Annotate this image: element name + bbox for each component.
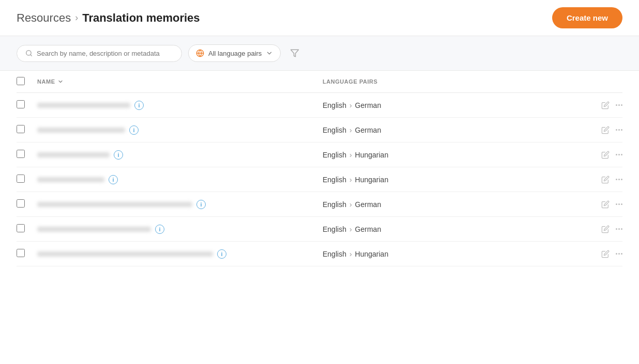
row-checkbox-cell	[17, 249, 37, 259]
row-lang-pair: English › German	[323, 101, 581, 109]
row-checkbox[interactable]	[17, 150, 25, 158]
table-row: i English › German	[17, 118, 622, 143]
row-actions	[581, 151, 622, 159]
more-options-icon[interactable]	[616, 253, 622, 255]
row-checkbox[interactable]	[17, 249, 25, 257]
breadcrumb-current: Translation memories	[82, 11, 200, 25]
breadcrumb-resources: Resources	[17, 11, 71, 25]
svg-marker-4	[291, 50, 299, 57]
source-lang: English	[323, 200, 346, 209]
row-name-text	[37, 103, 130, 108]
table-row: i English › Hungarian	[17, 242, 622, 266]
source-lang: English	[323, 151, 346, 159]
search-box	[17, 45, 182, 62]
info-icon[interactable]: i	[134, 101, 144, 110]
more-options-icon[interactable]	[616, 228, 622, 230]
edit-icon[interactable]	[601, 200, 610, 209]
table-row: i English › German	[17, 217, 622, 242]
row-lang-pair: English › Hungarian	[323, 250, 581, 258]
row-checkbox-cell	[17, 175, 37, 184]
row-lang-pair: English › Hungarian	[323, 176, 581, 184]
source-lang: English	[323, 126, 346, 134]
more-options-icon[interactable]	[616, 129, 622, 131]
edit-icon[interactable]	[601, 250, 610, 258]
edit-icon[interactable]	[601, 225, 610, 233]
row-checkbox-cell	[17, 125, 37, 135]
toolbar: All language pairs	[0, 36, 639, 71]
page-header: Resources › Translation memories Create …	[0, 0, 639, 36]
row-actions	[581, 225, 622, 233]
edit-icon[interactable]	[601, 176, 610, 184]
chevron-down-icon	[266, 50, 273, 57]
funnel-icon	[290, 49, 299, 58]
more-options-icon[interactable]	[616, 203, 622, 205]
more-options-icon[interactable]	[616, 104, 622, 106]
filter-icon-button[interactable]	[287, 45, 302, 61]
row-actions	[581, 101, 622, 109]
row-checkbox-cell	[17, 150, 37, 160]
info-icon[interactable]: i	[109, 175, 118, 184]
row-name-text	[37, 202, 192, 207]
lang-pairs-column-header: LANGUAGE PAIRS	[323, 78, 581, 85]
row-name-text	[37, 251, 213, 257]
table-row: i English › German	[17, 192, 622, 217]
globe-icon	[196, 49, 204, 57]
source-lang: English	[323, 101, 346, 109]
info-icon[interactable]: i	[129, 125, 139, 135]
target-lang: German	[355, 101, 382, 109]
lang-arrow: ›	[349, 126, 352, 134]
svg-line-1	[31, 55, 32, 56]
row-name-text	[37, 177, 104, 182]
row-name-text	[37, 227, 151, 232]
table-row: i English › German	[17, 93, 622, 118]
sort-icon	[57, 78, 64, 85]
lang-arrow: ›	[349, 200, 352, 209]
row-name-cell: i	[37, 125, 323, 135]
row-actions	[581, 250, 622, 258]
row-lang-pair: English › German	[323, 225, 581, 233]
row-actions	[581, 200, 622, 209]
create-new-button[interactable]: Create new	[552, 7, 622, 28]
target-lang: Hungarian	[355, 250, 389, 258]
row-checkbox-cell	[17, 224, 37, 234]
source-lang: English	[323, 225, 346, 233]
row-name-cell: i	[37, 175, 323, 184]
more-options-icon[interactable]	[616, 179, 622, 180]
edit-icon[interactable]	[601, 101, 610, 109]
row-actions	[581, 176, 622, 184]
more-options-icon[interactable]	[616, 154, 622, 155]
row-checkbox-cell	[17, 100, 37, 110]
row-checkbox[interactable]	[17, 199, 25, 208]
edit-icon[interactable]	[601, 151, 610, 159]
lang-arrow: ›	[349, 101, 352, 109]
source-lang: English	[323, 250, 346, 258]
info-icon[interactable]: i	[155, 225, 164, 234]
row-checkbox[interactable]	[17, 125, 25, 133]
row-actions	[581, 126, 622, 134]
row-checkbox[interactable]	[17, 100, 25, 108]
info-icon[interactable]: i	[114, 150, 123, 160]
search-input[interactable]	[37, 50, 173, 57]
info-icon[interactable]: i	[217, 249, 226, 259]
breadcrumb-separator: ›	[75, 12, 78, 23]
row-name-cell: i	[37, 150, 323, 160]
row-name-cell: i	[37, 101, 323, 110]
row-name-cell: i	[37, 249, 323, 259]
row-checkbox-cell	[17, 199, 37, 209]
name-column-header[interactable]: NAME	[37, 78, 323, 85]
translation-memories-table: NAME LANGUAGE PAIRS i English › German	[0, 71, 639, 266]
lang-filter-label: All language pairs	[208, 50, 262, 57]
source-lang: English	[323, 176, 346, 184]
select-all-checkbox[interactable]	[17, 77, 25, 85]
table-row: i English › Hungarian	[17, 143, 622, 167]
table-row: i English › Hungarian	[17, 167, 622, 192]
row-checkbox[interactable]	[17, 175, 25, 183]
edit-icon[interactable]	[601, 126, 610, 134]
header-checkbox-cell	[17, 77, 37, 86]
info-icon[interactable]: i	[196, 200, 206, 209]
row-name-cell: i	[37, 225, 323, 234]
language-pairs-filter[interactable]: All language pairs	[188, 44, 281, 62]
row-checkbox[interactable]	[17, 224, 25, 232]
row-name-text	[37, 128, 125, 133]
row-lang-pair: English › German	[323, 126, 581, 134]
